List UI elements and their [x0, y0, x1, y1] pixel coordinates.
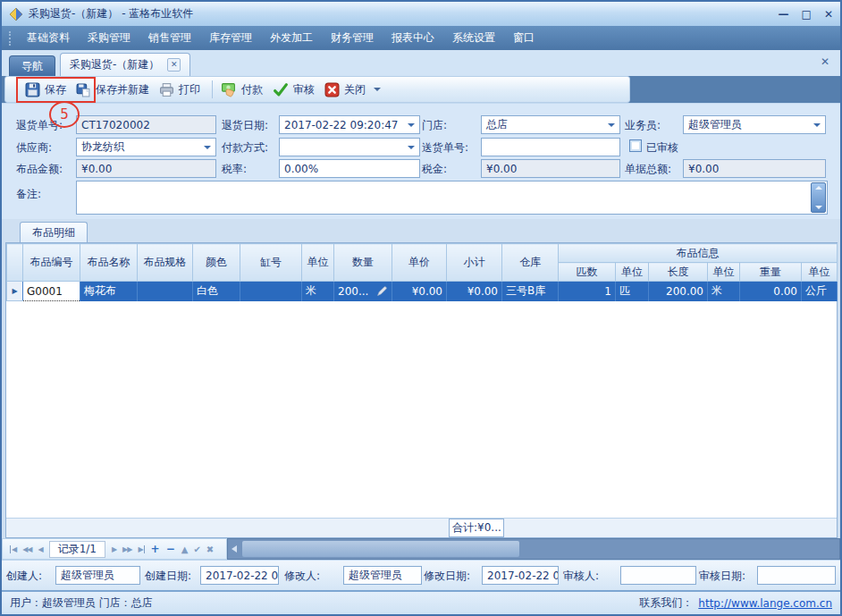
close-button[interactable]: ✕ [824, 8, 833, 21]
cell-qty[interactable]: 200... [334, 282, 392, 301]
col-header-qty[interactable]: 数量 [334, 244, 392, 282]
toolbar: 保存 保存并新建 打印 [2, 76, 840, 103]
menu-reports[interactable]: 报表中心 [383, 26, 443, 50]
cell-code[interactable]: G0001 [23, 282, 80, 301]
delete-row-button[interactable]: − [166, 543, 175, 555]
add-row-button[interactable]: + [151, 543, 160, 555]
col-header-warehouse[interactable]: 仓库 [502, 244, 559, 282]
website-link[interactable]: http://www.lange.com.cn [698, 597, 832, 610]
col-header-code[interactable]: 布品编号 [23, 244, 80, 282]
menu-outsourcing[interactable]: 外发加工 [261, 26, 322, 50]
cell-unit[interactable]: 米 [302, 282, 334, 301]
horizontal-scrollbar[interactable] [227, 538, 840, 560]
close-document-button[interactable]: 关闭 [324, 82, 381, 97]
cell-name[interactable]: 梅花布 [80, 282, 138, 301]
post-button[interactable]: ✔ [193, 544, 199, 554]
payment-combo[interactable] [279, 138, 420, 156]
menu-window[interactable]: 窗口 [504, 26, 543, 50]
next-record-button[interactable]: ▶ [112, 545, 116, 553]
audited-checkbox[interactable] [629, 139, 642, 152]
menu-base-data[interactable]: 基础资料 [18, 26, 79, 50]
col-header-pieces-unit[interactable]: 单位 [616, 263, 649, 282]
menu-settings[interactable]: 系统设置 [443, 26, 504, 50]
col-header-dye-lot[interactable]: 缸号 [240, 244, 302, 282]
audit-date-label: 审核日期: [699, 569, 745, 584]
dropdown-icon[interactable] [608, 123, 615, 127]
remark-textarea[interactable] [76, 181, 828, 215]
cancel-button[interactable]: ✖ [206, 544, 213, 554]
detail-grid: 布品编号 布品名称 布品规格 颜色 缸号 单位 数量 单价 小计 仓库 布品信息… [5, 242, 838, 538]
minimize-button[interactable]: — [779, 8, 789, 21]
cell-price[interactable]: ¥0.00 [392, 282, 447, 301]
audit-button[interactable]: 审核 [273, 82, 315, 97]
tab-fabric-detail[interactable]: 布品明细 [20, 222, 88, 242]
return-date-combo[interactable]: 2017-02-22 09:20:47 [279, 115, 420, 134]
cell-warehouse[interactable]: 三号B库 [502, 282, 559, 301]
cell-pieces[interactable]: 1 [559, 282, 616, 301]
scroll-up-icon[interactable] [815, 186, 822, 190]
scroll-left-icon[interactable] [232, 545, 237, 553]
salesman-label: 业务员: [625, 118, 661, 133]
col-header-weight[interactable]: 重量 [740, 263, 802, 282]
detail-panel: 布品明细 布品编号 布品名称 布品规格 颜色 缸号 单位 [2, 219, 840, 560]
cell-weight[interactable]: 0.00 [740, 282, 802, 301]
payment-button[interactable]: 付款 [221, 82, 263, 97]
cell-length-unit[interactable]: 米 [708, 282, 740, 301]
prev-record-button[interactable]: ◀ [38, 545, 42, 553]
menu-finance[interactable]: 财务管理 [322, 26, 383, 50]
col-header-pieces[interactable]: 匹数 [559, 263, 616, 282]
col-header-color[interactable]: 颜色 [193, 244, 240, 282]
salesman-combo[interactable]: 超级管理员 [683, 115, 826, 134]
menu-inventory[interactable]: 库存管理 [200, 26, 261, 50]
col-header-length[interactable]: 长度 [649, 263, 708, 282]
record-navigator-band: ◀ ◀◀ ◀ 记录1/1 ▶ ▶▶ ▶ + − ▲ ✔ ✖ [2, 538, 840, 560]
maximize-button[interactable]: □ [802, 8, 812, 21]
col-header-price[interactable]: 单价 [392, 244, 447, 282]
tax-rate-field[interactable]: 0.00% [279, 159, 420, 178]
col-header-subtotal[interactable]: 小计 [447, 244, 502, 282]
col-header-name[interactable]: 布品名称 [80, 244, 138, 282]
col-header-weight-unit[interactable]: 单位 [802, 263, 838, 282]
col-header-unit[interactable]: 单位 [302, 244, 334, 282]
supplier-combo[interactable]: 协龙纺织 [76, 138, 216, 156]
auditor-label: 审核人: [563, 569, 599, 584]
last-record-button[interactable]: ▶ [138, 545, 144, 553]
dropdown-icon[interactable] [408, 146, 415, 149]
cell-subtotal[interactable]: ¥0.00 [447, 282, 502, 301]
col-header-spec[interactable]: 布品规格 [138, 244, 193, 282]
modify-date-label: 修改日期: [424, 569, 470, 584]
cell-pieces-unit[interactable]: 匹 [616, 282, 649, 301]
tab-navigation[interactable]: 导航 [9, 55, 55, 76]
cell-weight-unit[interactable]: 公斤 [802, 282, 838, 301]
window-title: 采购退货-（新建） - 蓝格布业软件 [29, 6, 193, 21]
dropdown-icon[interactable] [204, 146, 211, 149]
edit-row-button[interactable]: ▲ [181, 544, 188, 554]
next-page-button[interactable]: ▶▶ [122, 545, 131, 553]
green-check-icon [273, 82, 289, 97]
print-button[interactable]: 打印 [159, 82, 200, 97]
cell-spec[interactable] [138, 282, 193, 301]
scroll-down-icon[interactable] [815, 206, 822, 209]
remark-scrollbar[interactable] [811, 182, 826, 213]
store-combo[interactable]: 总店 [481, 115, 620, 134]
prev-page-button[interactable]: ◀◀ [22, 545, 31, 553]
col-header-length-unit[interactable]: 单位 [708, 263, 740, 282]
tab-purchase-return[interactable]: 采购退货-（新建） ✕ [60, 53, 190, 76]
first-record-button[interactable]: ◀ [10, 545, 16, 553]
cell-dye-lot[interactable] [240, 282, 302, 301]
table-row[interactable]: ▶ G0001 梅花布 白色 米 200... ¥0.00 [7, 282, 838, 301]
cell-length[interactable]: 200.00 [649, 282, 708, 301]
delivery-no-field[interactable] [481, 138, 620, 156]
row-indicator-header [7, 244, 23, 282]
tab-close-icon[interactable]: ✕ [167, 58, 181, 72]
cell-color[interactable]: 白色 [193, 282, 240, 301]
scrollbar-thumb[interactable] [242, 541, 519, 557]
tax-rate-label: 税率: [222, 162, 247, 177]
close-dropdown-icon[interactable] [374, 88, 381, 91]
creator-label: 创建人: [6, 569, 42, 584]
menu-sales[interactable]: 销售管理 [139, 26, 200, 50]
menu-purchase[interactable]: 采购管理 [79, 26, 139, 50]
tabstrip-close-icon[interactable]: ✕ [821, 55, 829, 68]
dropdown-icon[interactable] [408, 123, 415, 127]
dropdown-icon[interactable] [813, 123, 821, 127]
